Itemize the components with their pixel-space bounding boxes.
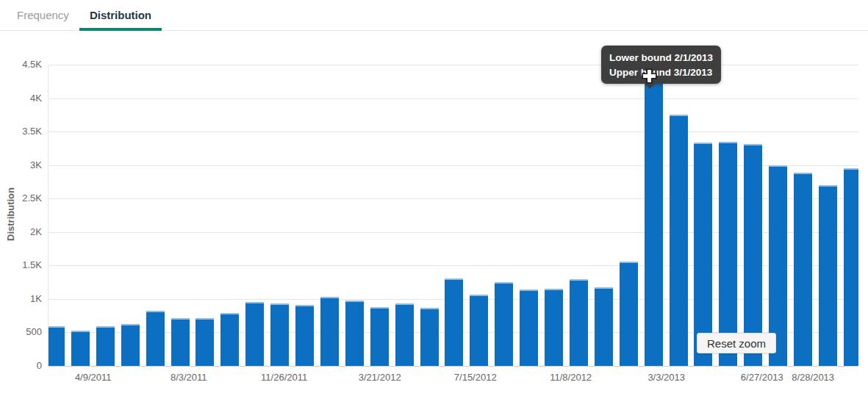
app: Frequency Distribution Distribution 0500… — [0, 0, 868, 396]
bar[interactable] — [245, 302, 264, 366]
y-axis-tick-label: 0 — [0, 360, 42, 372]
bar[interactable] — [794, 173, 812, 366]
x-axis-tick-label: 11/26/2011 — [244, 372, 325, 383]
y-axis-tick-label: 4.5K — [0, 59, 42, 71]
bar[interactable] — [295, 305, 314, 366]
x-axis-tick-label: 7/15/2012 — [435, 372, 516, 383]
tab-frequency[interactable]: Frequency — [7, 0, 79, 30]
bar[interactable] — [395, 303, 414, 366]
bar[interactable] — [270, 303, 289, 366]
plot-area — [48, 65, 858, 366]
distribution-chart: Distribution 05001K1.5K2K2.5K3K3.5K4K4.5… — [0, 31, 868, 396]
tab-distribution-label: Distribution — [90, 9, 151, 21]
tab-bar: Frequency Distribution — [0, 0, 868, 31]
y-axis-title: Distribution — [5, 178, 16, 251]
bar[interactable] — [844, 168, 858, 366]
tooltip: Lower bound 2/1/2013 Upper bound 3/1/201… — [601, 46, 721, 84]
bar[interactable] — [196, 318, 214, 366]
bar[interactable] — [48, 326, 65, 366]
bar[interactable] — [545, 289, 563, 366]
gridline — [49, 98, 858, 99]
bar[interactable] — [220, 313, 239, 366]
y-axis-tick-label: 1K — [0, 293, 42, 305]
bar[interactable] — [146, 311, 165, 366]
bar[interactable] — [495, 282, 513, 366]
x-axis-tick-label: 8/3/2011 — [148, 372, 229, 383]
bar[interactable] — [121, 324, 140, 366]
bar[interactable] — [96, 326, 115, 366]
bar[interactable] — [620, 262, 638, 366]
bar[interactable] — [370, 307, 389, 366]
x-axis-tick-label: 4/9/2011 — [53, 372, 134, 383]
bar[interactable] — [445, 278, 463, 366]
bar[interactable] — [171, 318, 190, 366]
reset-zoom-button[interactable]: Reset zoom — [697, 333, 776, 353]
bar[interactable] — [420, 308, 439, 366]
bar[interactable] — [520, 289, 538, 366]
x-axis-line — [48, 366, 858, 367]
y-axis-tick-label: 3.5K — [0, 126, 42, 137]
y-axis-tick-label: 3K — [0, 159, 42, 171]
bar[interactable] — [470, 295, 488, 366]
tooltip-arrow — [644, 83, 656, 89]
gridline — [49, 132, 858, 132]
y-axis-tick-label: 2K — [0, 226, 42, 238]
y-axis-tick-label: 500 — [0, 326, 42, 338]
bar[interactable] — [570, 279, 588, 366]
tooltip-upper-bound: Upper bound 3/1/2013 — [609, 65, 713, 80]
bar[interactable] — [819, 185, 837, 366]
x-axis-tick-label: 8/28/2013 — [772, 372, 853, 383]
y-axis-tick-label: 4K — [0, 93, 42, 104]
crosshair-plus-icon — [642, 68, 657, 84]
x-axis-tick-label: 11/8/2012 — [531, 372, 611, 383]
bar[interactable] — [670, 115, 688, 366]
tab-distribution[interactable]: Distribution — [79, 0, 162, 30]
y-axis-tick-label: 2.5K — [0, 192, 42, 204]
bar[interactable] — [595, 287, 613, 367]
x-axis-tick-label: 3/3/2013 — [626, 372, 707, 383]
gridline — [49, 65, 858, 65]
bar-highlighted[interactable] — [645, 71, 663, 366]
bar[interactable] — [71, 331, 90, 366]
tooltip-lower-bound: Lower bound 2/1/2013 — [609, 51, 713, 65]
x-axis-tick-label: 3/21/2012 — [340, 372, 420, 383]
bar[interactable] — [345, 300, 364, 366]
y-axis-tick-label: 1.5K — [0, 259, 42, 271]
bar[interactable] — [320, 297, 339, 366]
